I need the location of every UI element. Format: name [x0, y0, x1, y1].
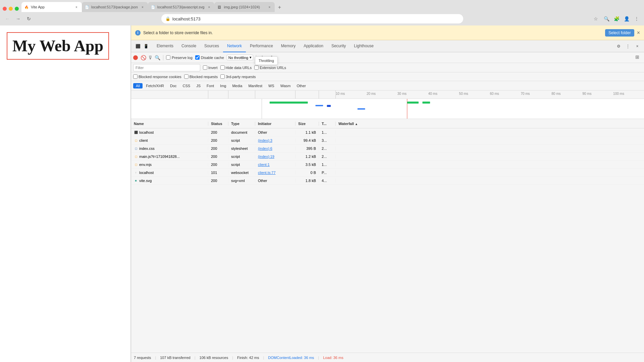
transferred-size: 107 kB transferred [160, 356, 191, 360]
filter-input[interactable] [133, 64, 200, 71]
third-party-checkbox[interactable] [220, 74, 225, 79]
tab-package[interactable]: 📄 localhost:5173/package.json × [82, 2, 148, 12]
clear-btn[interactable]: 🚫 [141, 55, 146, 60]
profile-btn[interactable]: 👤 [622, 14, 631, 23]
col-waterfall-header[interactable]: Waterfall ▲ [336, 122, 644, 126]
type-btn-manifest[interactable]: Manifest [246, 83, 265, 88]
extension-urls-option[interactable]: Extension URLs [254, 65, 286, 70]
minimize-window-btn[interactable] [9, 7, 13, 11]
title-bar: 🔥 Vite App × 📄 localhost:5173/package.js… [0, 0, 644, 12]
preserve-log-checkbox[interactable] [166, 55, 170, 60]
cell-status-0: 200 [208, 130, 228, 134]
maximize-window-btn[interactable] [15, 7, 19, 11]
tab-network[interactable]: Network [223, 40, 246, 52]
app-content: My Web App [0, 25, 131, 362]
new-tab-btn[interactable]: + [275, 3, 284, 12]
type-btn-font[interactable]: Font [204, 83, 217, 88]
record-btn[interactable] [133, 55, 138, 60]
tab-application[interactable]: Application [300, 40, 327, 52]
tab-img[interactable]: 🖼 img.jpeg (1024×1024) × [214, 2, 275, 12]
invert-checkbox[interactable] [203, 65, 207, 70]
col-name-header[interactable]: Name [131, 122, 208, 126]
type-btn-css[interactable]: CSS [180, 83, 193, 88]
close-window-btn[interactable] [3, 7, 7, 11]
tab-vite[interactable]: 🔥 Vite App × [21, 2, 82, 12]
table-row[interactable]: ◻ main.js?t=1710941828... 200 script (in… [131, 153, 644, 161]
tab-performance[interactable]: Performance [246, 40, 277, 52]
devtools-more-btn[interactable]: ⋮ [624, 42, 632, 50]
hide-data-urls-option[interactable]: Hide data URLs [220, 65, 252, 70]
url-bar[interactable]: 🔒 localhost:5173 [161, 14, 463, 23]
type-btn-media[interactable]: Media [229, 83, 245, 88]
type-btn-doc[interactable]: Doc [167, 83, 179, 88]
cell-type-5: websocket [228, 171, 255, 175]
tab-memory[interactable]: Memory [277, 40, 300, 52]
col-type-header[interactable]: Type [228, 122, 255, 126]
type-btn-wasm[interactable]: Wasm [278, 83, 293, 88]
disable-cache-label[interactable]: Disable cache [195, 55, 224, 60]
table-row[interactable]: ⬛ localhost 200 document Other 1.1 kB 1.… [131, 128, 644, 136]
cell-type-6: svg+xml [228, 179, 255, 183]
hide-data-urls-checkbox[interactable] [220, 65, 225, 70]
devtools-close-info[interactable]: × [637, 30, 640, 36]
tab-img-close[interactable]: × [267, 4, 272, 10]
devtools-device-btn[interactable]: 📱 [142, 42, 150, 50]
extension-urls-checkbox[interactable] [254, 65, 259, 70]
tab-js[interactable]: 📄 localhost:5173/javascript.svg × [148, 2, 215, 12]
type-btn-js[interactable]: JS [194, 83, 203, 88]
type-btn-all[interactable]: All [133, 83, 143, 88]
bookmark-btn[interactable]: ☆ [591, 14, 600, 23]
type-btn-ws[interactable]: WS [266, 83, 277, 88]
timeline-spacer-size [296, 90, 319, 99]
table-row[interactable]: ■ vite.svg 200 svg+xml Other 1.8 kB 4... [131, 177, 644, 185]
type-btn-other[interactable]: Other [294, 83, 309, 88]
tab-sources[interactable]: Sources [200, 40, 223, 52]
dom-content-loaded: DOMContentLoaded: 36 ms [268, 356, 314, 360]
disable-cache-checkbox[interactable] [195, 55, 200, 60]
preserve-log-label[interactable]: Preserve log [166, 55, 193, 60]
throttle-select[interactable]: No throttling ▾ [227, 55, 253, 60]
table-row[interactable]: ◻ client 200 script (index):3 99.4 kB 3.… [131, 136, 644, 144]
cell-name-1: ◻ client [131, 138, 208, 142]
tab-lighthouse[interactable]: Lighthouse [350, 40, 378, 52]
col-initiator-header[interactable]: Initiator [255, 122, 296, 126]
select-folder-btn[interactable]: Select folder [605, 29, 634, 37]
tab-console[interactable]: Console [177, 40, 200, 52]
tab-js-close[interactable]: × [206, 4, 212, 10]
devtools-close-btn[interactable]: × [633, 42, 641, 50]
svg-rect-2 [327, 105, 331, 107]
blocked-requests-checkbox[interactable] [184, 74, 189, 79]
status-sep-2: | [195, 356, 196, 360]
menu-btn[interactable]: ⋮ [632, 14, 641, 23]
type-btn-fetch[interactable]: Fetch/XHR [143, 83, 167, 88]
blocked-cookies-option[interactable]: Blocked response cookies [133, 74, 181, 79]
reload-btn[interactable]: ↻ [24, 14, 34, 23]
col-time-header[interactable]: T... [319, 122, 336, 126]
table-row[interactable]: ◻ index.css 200 stylesheet (index):6 395… [131, 144, 644, 153]
col-size-header[interactable]: Size [296, 122, 319, 126]
type-btn-img[interactable]: Img [217, 83, 229, 88]
filter-icon[interactable]: ⊽ [149, 55, 152, 60]
tab-vite-title: Vite App [31, 5, 72, 9]
devtools-inspect-btn[interactable]: ⬛ [134, 42, 142, 50]
devtools-settings-btn[interactable]: ⚙ [614, 42, 623, 50]
blocked-cookies-checkbox[interactable] [133, 74, 138, 79]
table-row[interactable]: ◻ env.mjs 200 script client:1 3.5 kB 1..… [131, 161, 644, 169]
col-status-header[interactable]: Status [208, 122, 228, 126]
cell-size-2: 395 B [296, 146, 319, 150]
finish-time: Finish: 42 ms [237, 356, 259, 360]
tab-vite-close[interactable]: × [74, 4, 79, 10]
blocked-requests-option[interactable]: Blocked requests [184, 74, 218, 79]
zoom-btn[interactable]: 🔍 [602, 14, 611, 23]
forward-btn[interactable]: → [13, 14, 23, 23]
search-expand-btn[interactable]: ⊞ [635, 54, 642, 61]
third-party-option[interactable]: 3rd-party requests [220, 74, 256, 79]
invert-option[interactable]: Invert [203, 65, 218, 70]
tab-security[interactable]: Security [327, 40, 350, 52]
tab-package-close[interactable]: × [140, 4, 145, 10]
extensions-btn[interactable]: 🧩 [612, 14, 621, 23]
table-row[interactable]: ↑ localhost 101 websocket client.ts:77 0… [131, 169, 644, 177]
tab-elements[interactable]: Elements [153, 40, 177, 52]
back-btn[interactable]: ← [3, 14, 12, 23]
search-icon[interactable]: 🔍 [155, 55, 160, 60]
